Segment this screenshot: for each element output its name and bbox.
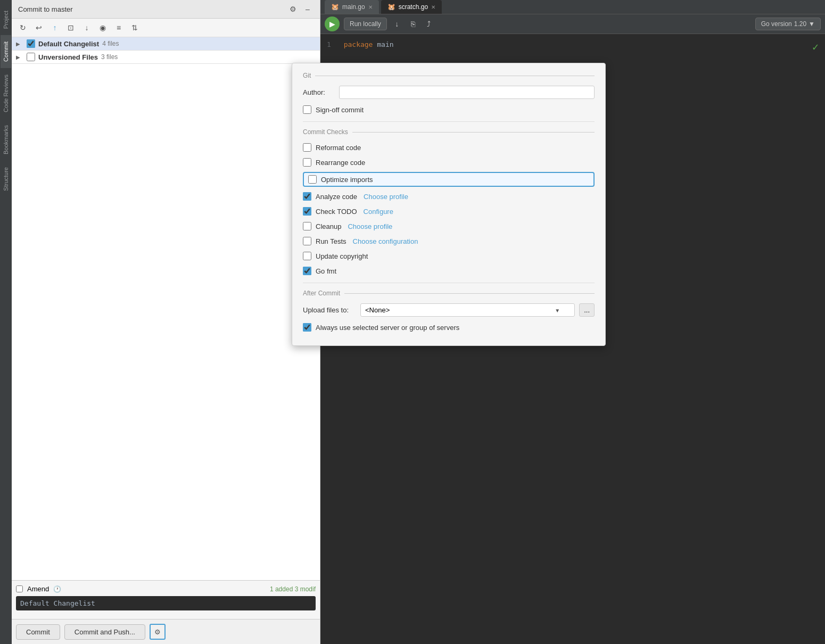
reformat-label: Reformat code [316, 144, 361, 152]
go-version-btn[interactable]: Go version 1.20 ▼ [755, 18, 821, 30]
commit-panel-title: Commit to master [18, 5, 73, 13]
copyright-checkbox[interactable] [303, 252, 311, 260]
optimize-checkbox[interactable] [308, 175, 317, 184]
tab-main-go[interactable]: 🐹 main.go ✕ [325, 0, 379, 14]
todo-row: Check TODO Configure [303, 206, 595, 217]
amend-history-icon[interactable]: 🕐 [53, 585, 61, 593]
minimize-icon[interactable]: – [302, 3, 314, 15]
rearrange-label: Rearrange code [316, 159, 365, 167]
divider-1 [303, 121, 595, 122]
cleanup-label: Cleanup [316, 222, 341, 230]
commit-message-text: Default Changelist [20, 599, 95, 607]
go-version-chevron: ▼ [808, 20, 815, 28]
analyze-row: Analyze code Choose profile [303, 191, 595, 202]
vtab-structure[interactable]: Structure [1, 161, 11, 197]
upload-more-btn[interactable]: ... [579, 303, 595, 317]
commit-button[interactable]: Commit [16, 624, 60, 640]
diff-btn[interactable]: ⊡ [64, 21, 78, 35]
amend-label: Amend [27, 585, 49, 593]
copyright-row: Update copyright [303, 251, 595, 261]
always-use-server-label: Always use selected server or group of s… [316, 324, 459, 332]
signoff-checkbox[interactable] [303, 105, 311, 114]
update-btn[interactable]: ↑ [48, 21, 62, 35]
cleanup-checkbox[interactable] [303, 222, 311, 230]
commit-toolbar: ↻ ↩ ↑ ⊡ ↓ ◉ ≡ ⇅ [12, 19, 320, 37]
runtests-link[interactable]: Choose configuration [353, 237, 418, 245]
share-editor-icon[interactable]: ⤴ [423, 18, 435, 30]
todo-label: Check TODO [316, 208, 357, 216]
scratch-go-icon: 🐹 [387, 3, 395, 11]
rearrange-row: Rearrange code [303, 157, 595, 168]
author-input[interactable] [339, 86, 595, 99]
go-version-label: Go version [761, 20, 792, 28]
git-section-title: Git [303, 72, 595, 79]
file-list: ▶ Default Changelist 4 files ▶ Unversion… [12, 37, 320, 580]
scratch-go-close[interactable]: ✕ [431, 4, 435, 10]
upload-select[interactable]: <None> [360, 303, 575, 317]
header-icons: ⚙ – [287, 3, 314, 15]
todo-link[interactable]: Configure [364, 208, 393, 216]
go-version-value: 1.20 [794, 20, 806, 28]
commit-bottom: Amend 🕐 1 added 3 modif Default Changeli… [12, 580, 320, 619]
default-changelist-checkbox[interactable] [27, 39, 35, 48]
vtab-code-reviews[interactable]: Code Reviews [1, 68, 11, 119]
optimize-row: Optimize imports [303, 172, 595, 187]
commit-and-push-button[interactable]: Commit and Push... [64, 624, 145, 640]
upload-label: Upload files to: [303, 306, 356, 314]
copy-editor-icon[interactable]: ⎘ [407, 18, 419, 30]
reformat-checkbox[interactable] [303, 143, 311, 152]
run-locally-btn[interactable]: Run locally [344, 18, 387, 30]
run-button[interactable]: ▶ [325, 16, 340, 31]
rearrange-checkbox[interactable] [303, 158, 311, 167]
editor-tabs: 🐹 main.go ✕ 🐹 scratch.go ✕ [320, 0, 825, 14]
signoff-row: Sign-off commit [303, 104, 595, 115]
eye-btn[interactable]: ◉ [96, 21, 110, 35]
default-changelist-name: Default Changelist [38, 40, 99, 48]
author-label: Author: [303, 88, 335, 96]
copyright-label: Update copyright [316, 252, 368, 260]
runtests-label: Run Tests [316, 237, 346, 245]
download-btn[interactable]: ↓ [80, 21, 94, 35]
main-go-icon: 🐹 [331, 3, 339, 11]
reorder-btn[interactable]: ≡ [112, 21, 126, 35]
upload-row: Upload files to: <None> ... [303, 303, 595, 317]
unversioned-changelist-item[interactable]: ▶ Unversioned Files 3 files [12, 51, 320, 64]
vertical-tabs-bar: Project Commit Code Reviews Bookmarks St… [0, 0, 12, 644]
refresh-btn[interactable]: ↻ [16, 21, 30, 35]
unversioned-changelist-checkbox[interactable] [27, 53, 35, 61]
identifier-main: main [377, 40, 393, 48]
after-commit-title: After Commit [303, 290, 595, 297]
optimize-label: Optimize imports [321, 176, 373, 184]
amend-checkbox[interactable] [16, 585, 23, 592]
runtests-checkbox[interactable] [303, 237, 311, 245]
analyze-link[interactable]: Choose profile [364, 193, 408, 201]
cleanup-link[interactable]: Choose profile [348, 222, 392, 230]
reformat-row: Reformat code [303, 142, 595, 153]
commit-message-box[interactable]: Default Changelist [16, 596, 316, 610]
status-text: 1 added 3 modif [270, 585, 316, 593]
default-changelist-item[interactable]: ▶ Default Changelist 4 files [12, 37, 320, 51]
undo-btn[interactable]: ↩ [32, 21, 46, 35]
settings-bottom-btn[interactable]: ⚙ [150, 624, 166, 640]
amend-row: Amend 🕐 1 added 3 modif [16, 585, 316, 593]
tab-scratch-go[interactable]: 🐹 scratch.go ✕ [381, 0, 442, 14]
upload-select-wrapper: <None> [360, 303, 575, 317]
gofmt-checkbox[interactable] [303, 267, 311, 275]
cleanup-row: Cleanup Choose profile [303, 221, 595, 232]
analyze-checkbox[interactable] [303, 192, 311, 201]
vtab-project[interactable]: Project [1, 4, 11, 35]
sort-btn[interactable]: ⇅ [128, 21, 142, 35]
todo-checkbox[interactable] [303, 207, 311, 216]
main-go-close[interactable]: ✕ [368, 4, 373, 10]
vtab-bookmarks[interactable]: Bookmarks [1, 119, 11, 161]
expand-icon-2: ▶ [16, 54, 24, 60]
always-use-server-checkbox[interactable] [303, 323, 311, 332]
unversioned-changelist-count: 3 files [101, 53, 118, 61]
expand-icon: ▶ [16, 41, 24, 47]
unversioned-changelist-name: Unversioned Files [38, 53, 98, 61]
always-use-server-row: Always use selected server or group of s… [303, 322, 595, 333]
settings-icon[interactable]: ⚙ [287, 3, 299, 15]
download-editor-icon[interactable]: ↓ [391, 18, 403, 30]
keyword-package: package [344, 40, 373, 48]
vtab-commit[interactable]: Commit [1, 35, 11, 68]
